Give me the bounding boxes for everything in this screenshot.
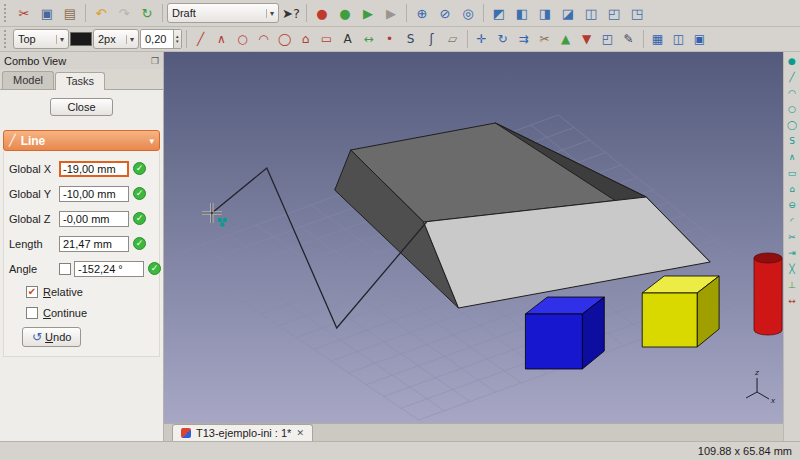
draw-style-icon[interactable]: ⊘ [434,2,456,24]
view-isometric-icon[interactable]: ◩ [488,2,510,24]
draft-upgrade-icon[interactable]: ▲ [556,29,576,49]
document-tab[interactable]: T13-ejemplo-ini : 1* ✕ [172,424,313,441]
working-plane-selector[interactable]: Top▾ [13,29,69,49]
sketch-arc-icon[interactable]: ◠ [785,86,800,101]
sketch-circle-icon[interactable]: ○ [785,102,800,117]
global-x-input[interactable] [59,161,129,177]
draft-wire-icon[interactable]: ∧ [212,29,232,49]
draft-dimension-icon[interactable]: ↔ [359,29,379,49]
relative-checkbox[interactable]: ✔ [26,286,38,298]
draft-trimex-icon[interactable]: ✂ [535,29,555,49]
sketch-point-icon[interactable]: ● [785,54,800,69]
draft-circle-icon[interactable]: ○ [233,29,253,49]
draft-rectangle-icon[interactable]: ▭ [317,29,337,49]
zoom-fit-icon[interactable]: ◎ [457,2,479,24]
freecad-window: ✂▣▤↶↷↻Draft▾➤?●●▶▶⊕⊘◎◩◧◨◪◫◰◳ Top▾2px▾0,2… [0,0,800,460]
macro-record-icon[interactable]: ● [334,2,356,24]
angle-input[interactable] [74,261,144,277]
view-left-icon[interactable]: ◳ [626,2,648,24]
global-y-input[interactable] [59,186,129,202]
sketch-line-icon[interactable]: ╱ [785,70,800,85]
sketch-polyline-icon[interactable]: ∧ [785,150,800,165]
sketch-rectangle-icon[interactable]: ▭ [785,166,800,181]
line-color-swatch[interactable] [70,32,92,46]
yellow-cube[interactable] [642,276,719,347]
red-cylinder[interactable] [754,253,782,335]
sketch-split-icon[interactable]: ╳ [785,262,800,277]
sketch-fillet-icon[interactable]: ◜ [785,214,800,229]
continue-checkbox[interactable] [26,307,38,319]
viewport-3d[interactable]: z x T13-ejemplo-ini : 1* ✕ [164,52,783,441]
draft-array-icon[interactable]: ▦ [648,29,668,49]
toolbar-handle [4,4,8,22]
draft-rotate-icon[interactable]: ↻ [493,29,513,49]
view-bottom-icon[interactable]: ◰ [603,2,625,24]
collapse-icon[interactable]: ▾ [149,136,154,146]
toolbar-sep [406,4,407,22]
view-right-icon[interactable]: ◪ [557,2,579,24]
view-rear-icon[interactable]: ◫ [580,2,602,24]
draft-shapestring-icon[interactable]: ʃ [422,29,442,49]
draft-downgrade-icon[interactable]: ▼ [577,29,597,49]
copy-icon[interactable]: ▣ [36,2,58,24]
undo-button[interactable]: ↺ Undo [22,327,81,347]
text-size-spin[interactable]: 0,20▴▾ [140,29,182,49]
draft-text-icon[interactable]: A [338,29,358,49]
blue-cube[interactable] [525,297,604,369]
draft-point-icon[interactable]: • [380,29,400,49]
sketch-slot-icon[interactable]: ⊖ [785,198,800,213]
draft-line-icon[interactable]: ╱ [191,29,211,49]
relative-label: Relative [43,286,83,298]
draft-polygon-icon[interactable]: ⌂ [296,29,316,49]
field-row-angle: Angle ✓ [4,256,159,281]
draft-facebinder-icon[interactable]: ▱ [443,29,463,49]
view-top-icon[interactable]: ◨ [534,2,556,24]
tab-model[interactable]: Model [2,71,54,89]
sketch-bspline-icon[interactable]: S [785,134,800,149]
field-row-length: Length ✓ [4,231,159,256]
undock-icon[interactable]: ❐ [151,56,159,66]
draft-scale-icon[interactable]: ◰ [598,29,618,49]
angle-lock-checkbox[interactable] [59,263,71,275]
paste-icon[interactable]: ▤ [59,2,81,24]
field-row-global-x: Global X ✓ [4,156,159,181]
whats-this-icon[interactable]: ➤? [280,2,302,24]
draft-move-icon[interactable]: ✛ [472,29,492,49]
undo-label: Undo [45,331,71,343]
macro-stop-icon[interactable]: ● [311,2,333,24]
draft-arc-icon[interactable]: ◠ [254,29,274,49]
continue-row: Continue [4,302,159,323]
sketch-dimension-icon[interactable]: ↔ [785,294,800,309]
macro-run-icon[interactable]: ▶ [357,2,379,24]
draft-mirror-icon[interactable]: ◫ [669,29,689,49]
macro-debug-icon[interactable]: ▶ [380,2,402,24]
refresh-icon[interactable]: ↻ [136,2,158,24]
global-z-input[interactable] [59,211,129,227]
tab-tasks[interactable]: Tasks [55,72,105,90]
draft-offset-icon[interactable]: ⇉ [514,29,534,49]
draft-clone-icon[interactable]: ▣ [690,29,710,49]
undo-icon[interactable]: ↶ [90,2,112,24]
field-label: Global Z [9,213,59,225]
line-task-header[interactable]: ╱ Line ▾ [3,130,160,151]
sketch-trim-icon[interactable]: ✂ [785,230,800,245]
document-tabbar: T13-ejemplo-ini : 1* ✕ [164,423,783,441]
line-width-selector[interactable]: 2px▾ [93,29,139,49]
draft-edit-icon[interactable]: ✎ [619,29,639,49]
length-input[interactable] [59,236,129,252]
view-front-icon[interactable]: ◧ [511,2,533,24]
sketch-polygon-icon[interactable]: ⌂ [785,182,800,197]
cut-icon[interactable]: ✂ [13,2,35,24]
sketch-constraint-icon[interactable]: ⊥ [785,278,800,293]
close-task-button[interactable]: Close [50,98,112,116]
workbench-selector[interactable]: Draft▾ [167,3,279,23]
sketch-conic-icon[interactable]: ◯ [785,118,800,133]
zoom-in-icon[interactable]: ⊕ [411,2,433,24]
tab-close-icon[interactable]: ✕ [296,428,304,438]
draft-bspline-icon[interactable]: S [401,29,421,49]
viewport-canvas[interactable]: z x [164,52,783,423]
toolbar-draft: Top▾2px▾0,20▴▾╱∧○◠◯⌂▭A↔•Sʃ▱✛↻⇉✂▲▼◰✎▦◫▣ [0,27,800,52]
draft-ellipse-icon[interactable]: ◯ [275,29,295,49]
sketch-extend-icon[interactable]: ⇥ [785,246,800,261]
redo-icon[interactable]: ↷ [113,2,135,24]
